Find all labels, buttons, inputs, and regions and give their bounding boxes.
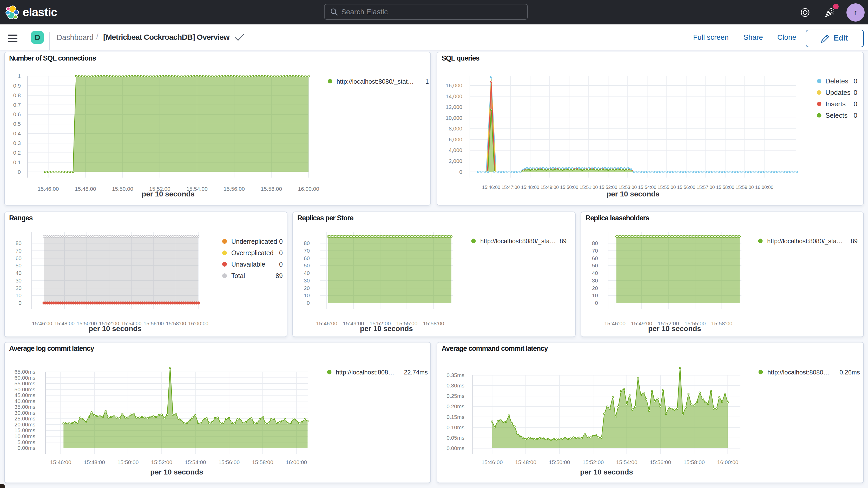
svg-text:15:46:00: 15:46:00 <box>482 185 500 190</box>
svg-text:per 10 seconds: per 10 seconds <box>89 325 142 333</box>
svg-text:30: 30 <box>16 277 22 283</box>
svg-text:15:57:00: 15:57:00 <box>696 185 715 190</box>
svg-text:15:58:00: 15:58:00 <box>683 459 705 465</box>
svg-text:0: 0 <box>279 249 283 256</box>
svg-text:per 10 seconds: per 10 seconds <box>360 325 413 333</box>
svg-text:per 10 seconds: per 10 seconds <box>607 190 659 198</box>
svg-text:6,000: 6,000 <box>448 136 462 143</box>
svg-text:15:56:00: 15:56:00 <box>650 459 671 465</box>
svg-text:0: 0 <box>459 169 462 175</box>
svg-text:12,000: 12,000 <box>446 104 462 110</box>
svg-text:15:46:00: 15:46:00 <box>482 459 503 465</box>
svg-text:50: 50 <box>16 263 22 268</box>
svg-text:15:46:00: 15:46:00 <box>604 321 625 326</box>
svg-text:60: 60 <box>304 255 310 261</box>
svg-text:15:59:00: 15:59:00 <box>736 185 754 190</box>
svg-text:15:56:00: 15:56:00 <box>218 459 240 465</box>
svg-text:0.00ms: 0.00ms <box>446 445 464 451</box>
svg-text:15:55:00: 15:55:00 <box>657 185 676 190</box>
svg-text:0.30ms: 0.30ms <box>446 383 464 389</box>
svg-text:0.26ms: 0.26ms <box>839 369 860 376</box>
svg-text:16:00:00: 16:00:00 <box>717 459 739 465</box>
svg-text:30: 30 <box>592 277 598 283</box>
svg-text:50.00ms: 50.00ms <box>14 387 35 392</box>
svg-text:15:52:00: 15:52:00 <box>599 185 617 190</box>
svg-text:80: 80 <box>16 240 22 246</box>
svg-text:0.1: 0.1 <box>13 159 21 165</box>
svg-text:0.7: 0.7 <box>13 102 21 108</box>
svg-text:10,000: 10,000 <box>446 115 462 121</box>
svg-text:14,000: 14,000 <box>446 93 462 99</box>
svg-text:Underreplicated: Underreplicated <box>231 238 277 245</box>
svg-text:15:53:00: 15:53:00 <box>619 185 637 190</box>
svg-text:2,000: 2,000 <box>448 158 462 164</box>
svg-text:0.3: 0.3 <box>13 140 21 146</box>
svg-text:15:48:00: 15:48:00 <box>54 321 74 326</box>
svg-text:10: 10 <box>592 292 598 298</box>
svg-text:20: 20 <box>592 285 598 291</box>
svg-text:per 10 seconds: per 10 seconds <box>580 468 633 476</box>
svg-text:0.20ms: 0.20ms <box>446 403 464 409</box>
svg-text:0.8: 0.8 <box>13 92 21 98</box>
svg-text:15:49:00: 15:49:00 <box>540 185 559 190</box>
svg-text:70: 70 <box>16 248 22 254</box>
svg-text:0: 0 <box>307 300 310 306</box>
svg-text:50: 50 <box>304 263 310 268</box>
svg-text:Deletes: Deletes <box>826 77 848 85</box>
svg-text:16:00:00: 16:00:00 <box>298 186 319 192</box>
svg-text:30.00ms: 30.00ms <box>14 410 35 416</box>
svg-text:0: 0 <box>854 77 857 85</box>
svg-text:15:48:00: 15:48:00 <box>515 459 536 465</box>
svg-text:0: 0 <box>854 89 857 96</box>
svg-text:70: 70 <box>304 248 310 254</box>
svg-text:Inserts: Inserts <box>826 100 846 108</box>
svg-text:15:58:00: 15:58:00 <box>252 459 273 465</box>
svg-text:1: 1 <box>18 73 21 79</box>
svg-text:10: 10 <box>16 292 22 298</box>
svg-text:16,000: 16,000 <box>446 82 462 88</box>
svg-text:0.15ms: 0.15ms <box>446 414 464 420</box>
svg-text:Overreplicated: Overreplicated <box>231 249 274 256</box>
svg-text:20: 20 <box>304 285 310 291</box>
svg-text:60: 60 <box>16 255 22 261</box>
svg-text:http://localhost:8080/_stat…: http://localhost:8080/_stat… <box>337 78 414 85</box>
svg-text:0.9: 0.9 <box>13 83 21 89</box>
svg-text:4,000: 4,000 <box>448 147 462 153</box>
svg-text:15:58:00: 15:58:00 <box>716 185 735 190</box>
svg-text:8,000: 8,000 <box>448 125 462 131</box>
svg-text:15:54:00: 15:54:00 <box>185 459 206 465</box>
svg-text:0.2: 0.2 <box>13 150 21 156</box>
svg-text:20.00ms: 20.00ms <box>14 422 35 427</box>
svg-text:0: 0 <box>595 300 598 306</box>
svg-text:5.00ms: 5.00ms <box>18 439 35 445</box>
svg-text:http://localhost:8080/_sta…: http://localhost:8080/_sta… <box>767 238 843 245</box>
svg-text:60.00ms: 60.00ms <box>14 375 35 381</box>
svg-text:15:52:00: 15:52:00 <box>582 459 604 465</box>
svg-text:15:46:00: 15:46:00 <box>316 321 337 326</box>
svg-text:per 10 seconds: per 10 seconds <box>150 468 203 476</box>
svg-text:40: 40 <box>592 270 598 276</box>
svg-text:Selects: Selects <box>826 112 847 119</box>
svg-text:89: 89 <box>850 238 858 245</box>
svg-text:1: 1 <box>426 78 429 85</box>
svg-text:10: 10 <box>304 292 310 298</box>
svg-text:http://localhost:8080/_sta…: http://localhost:8080/_sta… <box>480 238 556 245</box>
svg-text:0.10ms: 0.10ms <box>446 424 464 430</box>
svg-text:16:00:00: 16:00:00 <box>188 321 209 326</box>
svg-text:15:54:00: 15:54:00 <box>638 185 656 190</box>
svg-text:80: 80 <box>592 240 598 246</box>
svg-text:15:46:00: 15:46:00 <box>32 321 52 326</box>
svg-text:http://localhost:8080…: http://localhost:8080… <box>768 369 830 376</box>
svg-text:40.00ms: 40.00ms <box>14 398 35 404</box>
svg-text:Unavailable: Unavailable <box>231 261 265 268</box>
svg-text:16:00:00: 16:00:00 <box>755 185 773 190</box>
svg-text:15:46:00: 15:46:00 <box>50 459 71 465</box>
svg-text:50: 50 <box>592 263 598 268</box>
svg-text:per 10 seconds: per 10 seconds <box>142 190 195 198</box>
svg-text:15:46:00: 15:46:00 <box>38 186 59 192</box>
svg-text:0: 0 <box>279 261 283 268</box>
svg-text:15:58:00: 15:58:00 <box>261 186 282 192</box>
svg-text:15:51:00: 15:51:00 <box>580 185 598 190</box>
svg-text:http://localhost:808…: http://localhost:808… <box>336 369 394 376</box>
svg-text:15:47:00: 15:47:00 <box>502 185 520 190</box>
